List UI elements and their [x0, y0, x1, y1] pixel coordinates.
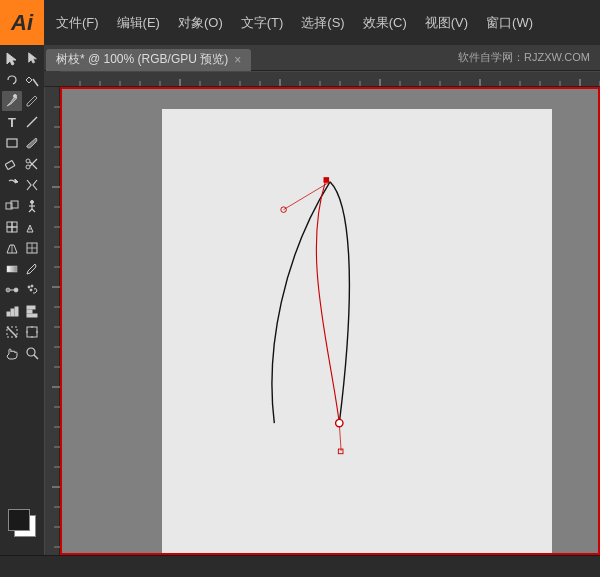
tool-row-shapebuilder: [0, 217, 44, 237]
tool-row-shape: [0, 133, 44, 153]
tool-zoom[interactable]: [22, 343, 42, 363]
tab-right-info: 软件自学网：RJZXW.COM: [458, 50, 600, 65]
tool-select[interactable]: [2, 49, 22, 69]
tool-scale[interactable]: [2, 196, 22, 216]
tab-bar: 树枝* @ 100% (RGB/GPU 预览) × 软件自学网：RJZXW.CO…: [44, 45, 600, 71]
menu-edit[interactable]: 编辑(E): [109, 10, 168, 36]
tool-mesh[interactable]: [22, 238, 42, 258]
tool-row-gradient: [0, 259, 44, 279]
menu-file[interactable]: 文件(F): [48, 10, 107, 36]
menu-effect[interactable]: 效果(C): [355, 10, 415, 36]
tool-line[interactable]: [22, 112, 42, 132]
tool-blend[interactable]: [2, 280, 22, 300]
svg-point-31: [6, 288, 10, 292]
tool-row-eraser: [0, 154, 44, 174]
svg-point-4: [14, 95, 17, 98]
svg-point-15: [31, 201, 34, 204]
menu-bar: 文件(F) 编辑(E) 对象(O) 文字(T) 选择(S) 效果(C) 视图(V…: [48, 10, 541, 36]
svg-rect-38: [11, 309, 14, 316]
tool-brush[interactable]: [22, 133, 42, 153]
svg-rect-40: [27, 306, 35, 309]
tool-row-type: T: [0, 112, 44, 132]
ai-logo: Ai: [0, 0, 44, 45]
tool-reflect[interactable]: [22, 175, 42, 195]
ruler-horizontal: [44, 71, 600, 87]
svg-rect-6: [7, 139, 17, 147]
svg-point-8: [26, 159, 30, 163]
tool-row-warp: [0, 196, 44, 216]
menu-text[interactable]: 文字(T): [233, 10, 292, 36]
tab-close-button[interactable]: ×: [234, 54, 241, 66]
menu-window[interactable]: 窗口(W): [478, 10, 541, 36]
tool-hand[interactable]: [2, 343, 22, 363]
tool-eraser[interactable]: [2, 154, 22, 174]
tool-rect[interactable]: [2, 133, 22, 153]
tool-live-paint[interactable]: [22, 217, 42, 237]
svg-line-2: [33, 79, 38, 86]
status-bar: [0, 555, 600, 577]
tool-shape-builder[interactable]: [2, 217, 22, 237]
tool-type[interactable]: T: [2, 112, 22, 132]
document-tab[interactable]: 树枝* @ 100% (RGB/GPU 预览) ×: [46, 49, 251, 71]
toolbar: T: [0, 45, 44, 555]
svg-rect-20: [7, 222, 12, 227]
svg-rect-21: [12, 222, 17, 227]
tool-magic-wand[interactable]: [22, 70, 42, 90]
tool-row-slice: [0, 322, 44, 342]
svg-rect-30: [7, 266, 17, 272]
svg-point-34: [28, 286, 30, 288]
tool-column-graph[interactable]: [2, 301, 22, 321]
svg-rect-39: [15, 307, 18, 316]
foreground-color-swatch[interactable]: [8, 509, 30, 531]
menu-select[interactable]: 选择(S): [293, 10, 352, 36]
tool-direct-select[interactable]: [22, 49, 42, 69]
svg-point-32: [14, 288, 18, 292]
tool-symbol-sprayer[interactable]: [22, 280, 42, 300]
canvas-area: 树枝* @ 100% (RGB/GPU 预览) × 软件自学网：RJZXW.CO…: [44, 45, 600, 555]
tool-lasso[interactable]: [2, 70, 22, 90]
svg-point-50: [27, 348, 35, 356]
tool-perspective[interactable]: [2, 238, 22, 258]
svg-marker-1: [29, 53, 37, 63]
svg-rect-7: [5, 160, 15, 169]
tab-title: 树枝* @ 100% (RGB/GPU 预览): [56, 51, 228, 68]
top-bar: Ai 文件(F) 编辑(E) 对象(O) 文字(T) 选择(S) 效果(C) 视…: [0, 0, 600, 45]
color-swatches: [0, 507, 44, 551]
tool-slice[interactable]: [2, 322, 22, 342]
svg-rect-45: [27, 327, 37, 337]
tool-scissors[interactable]: [22, 154, 42, 174]
svg-point-35: [31, 285, 33, 287]
svg-line-18: [29, 209, 32, 212]
menu-object[interactable]: 对象(O): [170, 10, 231, 36]
tool-row-hand: [0, 343, 44, 363]
svg-line-19: [32, 209, 35, 212]
svg-line-51: [34, 355, 38, 359]
tool-artboard[interactable]: [22, 322, 42, 342]
tool-eyedropper[interactable]: [22, 259, 42, 279]
tool-puppet-warp[interactable]: [22, 196, 42, 216]
tool-row-column: [0, 301, 44, 321]
svg-rect-42: [27, 314, 37, 317]
tool-bar-graph[interactable]: [22, 301, 42, 321]
ruler-v-ticks: [44, 87, 60, 555]
svg-line-5: [27, 117, 37, 127]
tool-gradient[interactable]: [2, 259, 22, 279]
artboard: [162, 109, 552, 555]
svg-rect-41: [27, 310, 32, 313]
tool-rotate[interactable]: [2, 175, 22, 195]
svg-rect-22: [7, 227, 12, 232]
tool-row-blend: [0, 280, 44, 300]
tool-pencil[interactable]: [22, 91, 42, 111]
main-area: T: [0, 45, 600, 555]
tool-row-perspective: [0, 238, 44, 258]
svg-line-43: [7, 327, 17, 337]
menu-view[interactable]: 视图(V): [417, 10, 476, 36]
svg-marker-3: [26, 77, 32, 83]
svg-point-9: [26, 165, 30, 169]
tool-row-pen: [0, 91, 44, 111]
tool-pen[interactable]: [2, 91, 22, 111]
svg-rect-23: [12, 227, 17, 232]
ruler-vertical: [44, 87, 60, 555]
canvas-viewport[interactable]: [60, 87, 600, 555]
tool-row-lasso: [0, 70, 44, 90]
